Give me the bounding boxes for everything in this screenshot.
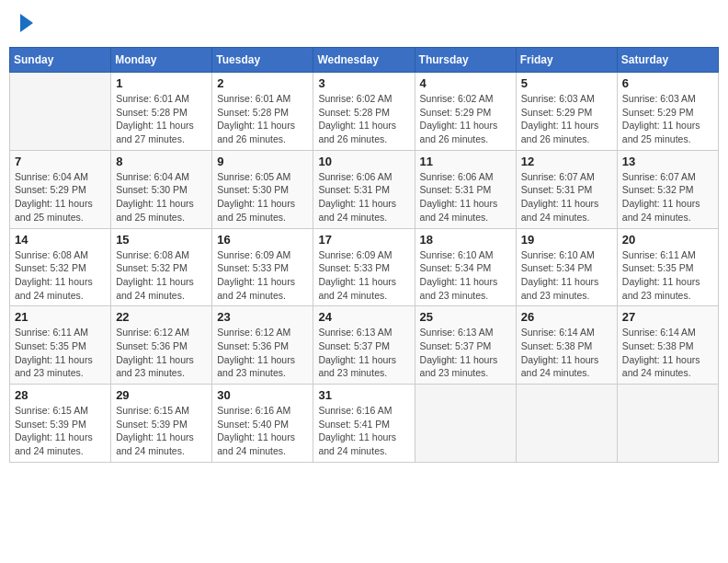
day-info: Sunrise: 6:15 AM Sunset: 5:39 PM Dayligh…: [116, 404, 207, 458]
calendar-header-tuesday: Tuesday: [212, 48, 313, 73]
day-number: 31: [318, 388, 409, 402]
calendar-cell: [10, 73, 111, 151]
day-info: Sunrise: 6:05 AM Sunset: 5:30 PM Dayligh…: [217, 170, 308, 224]
day-info: Sunrise: 6:10 AM Sunset: 5:34 PM Dayligh…: [420, 248, 511, 303]
calendar-cell: 13Sunrise: 6:07 AM Sunset: 5:32 PM Dayli…: [617, 150, 718, 228]
day-info: Sunrise: 6:12 AM Sunset: 5:36 PM Dayligh…: [217, 326, 308, 380]
calendar-cell: 25Sunrise: 6:13 AM Sunset: 5:37 PM Dayli…: [415, 306, 516, 385]
calendar-cell: 28Sunrise: 6:15 AM Sunset: 5:39 PM Dayli…: [10, 385, 111, 463]
calendar-header-wednesday: Wednesday: [313, 48, 415, 73]
calendar-cell: 29Sunrise: 6:15 AM Sunset: 5:39 PM Dayli…: [111, 385, 212, 463]
calendar-cell: 7Sunrise: 6:04 AM Sunset: 5:29 PM Daylig…: [10, 150, 111, 228]
calendar-cell: 31Sunrise: 6:16 AM Sunset: 5:41 PM Dayli…: [313, 385, 415, 463]
calendar-cell: 4Sunrise: 6:02 AM Sunset: 5:29 PM Daylig…: [415, 73, 516, 151]
day-number: 12: [521, 155, 612, 168]
day-number: 2: [217, 76, 308, 90]
day-number: 14: [15, 233, 106, 247]
day-info: Sunrise: 6:01 AM Sunset: 5:28 PM Dayligh…: [116, 92, 207, 146]
day-number: 21: [15, 310, 106, 324]
day-number: 1: [116, 76, 207, 90]
calendar-week-row: 7Sunrise: 6:04 AM Sunset: 5:29 PM Daylig…: [10, 150, 719, 228]
day-number: 11: [420, 155, 511, 168]
day-number: 27: [622, 310, 713, 324]
day-info: Sunrise: 6:04 AM Sunset: 5:30 PM Dayligh…: [116, 170, 207, 224]
day-number: 20: [622, 233, 713, 247]
calendar-week-row: 21Sunrise: 6:11 AM Sunset: 5:35 PM Dayli…: [10, 306, 719, 385]
day-info: Sunrise: 6:11 AM Sunset: 5:35 PM Dayligh…: [622, 248, 713, 303]
day-number: 24: [318, 310, 409, 324]
day-info: Sunrise: 6:12 AM Sunset: 5:36 PM Dayligh…: [116, 326, 207, 380]
calendar-header-thursday: Thursday: [415, 48, 516, 73]
calendar-week-row: 28Sunrise: 6:15 AM Sunset: 5:39 PM Dayli…: [10, 385, 719, 463]
day-info: Sunrise: 6:06 AM Sunset: 5:31 PM Dayligh…: [318, 170, 409, 224]
day-number: 16: [217, 233, 308, 247]
day-info: Sunrise: 6:08 AM Sunset: 5:32 PM Dayligh…: [15, 248, 106, 303]
day-number: 13: [622, 155, 713, 168]
day-info: Sunrise: 6:14 AM Sunset: 5:38 PM Dayligh…: [521, 326, 612, 380]
calendar-cell: 30Sunrise: 6:16 AM Sunset: 5:40 PM Dayli…: [212, 385, 313, 463]
day-info: Sunrise: 6:13 AM Sunset: 5:37 PM Dayligh…: [420, 326, 511, 380]
calendar-cell: 8Sunrise: 6:04 AM Sunset: 5:30 PM Daylig…: [111, 150, 212, 228]
calendar-week-row: 1Sunrise: 6:01 AM Sunset: 5:28 PM Daylig…: [10, 73, 719, 151]
day-number: 4: [420, 76, 511, 90]
calendar-cell: 5Sunrise: 6:03 AM Sunset: 5:29 PM Daylig…: [516, 73, 617, 151]
calendar-cell: 12Sunrise: 6:07 AM Sunset: 5:31 PM Dayli…: [516, 150, 617, 228]
calendar-cell: [415, 385, 516, 463]
calendar-cell: 23Sunrise: 6:12 AM Sunset: 5:36 PM Dayli…: [212, 306, 313, 385]
day-number: 17: [318, 233, 409, 247]
page-header: [9, 9, 719, 40]
day-info: Sunrise: 6:02 AM Sunset: 5:29 PM Dayligh…: [420, 92, 511, 146]
calendar-header-saturday: Saturday: [617, 48, 718, 73]
day-info: Sunrise: 6:02 AM Sunset: 5:28 PM Dayligh…: [318, 92, 409, 146]
calendar-header-sunday: Sunday: [10, 48, 111, 73]
calendar-cell: 20Sunrise: 6:11 AM Sunset: 5:35 PM Dayli…: [617, 228, 718, 306]
day-number: 9: [217, 155, 308, 168]
day-number: 26: [521, 310, 612, 324]
day-info: Sunrise: 6:06 AM Sunset: 5:31 PM Dayligh…: [420, 170, 511, 224]
calendar-cell: 21Sunrise: 6:11 AM Sunset: 5:35 PM Dayli…: [10, 306, 111, 385]
calendar-cell: 17Sunrise: 6:09 AM Sunset: 5:33 PM Dayli…: [313, 228, 415, 306]
calendar-cell: 27Sunrise: 6:14 AM Sunset: 5:38 PM Dayli…: [617, 306, 718, 385]
day-info: Sunrise: 6:09 AM Sunset: 5:33 PM Dayligh…: [217, 248, 308, 303]
calendar-cell: 24Sunrise: 6:13 AM Sunset: 5:37 PM Dayli…: [313, 306, 415, 385]
calendar-cell: 3Sunrise: 6:02 AM Sunset: 5:28 PM Daylig…: [313, 73, 415, 151]
day-number: 10: [318, 155, 409, 168]
calendar-cell: 15Sunrise: 6:08 AM Sunset: 5:32 PM Dayli…: [111, 228, 212, 306]
day-info: Sunrise: 6:11 AM Sunset: 5:35 PM Dayligh…: [15, 326, 106, 380]
day-number: 8: [116, 155, 207, 168]
calendar-cell: 14Sunrise: 6:08 AM Sunset: 5:32 PM Dayli…: [10, 228, 111, 306]
day-info: Sunrise: 6:01 AM Sunset: 5:28 PM Dayligh…: [217, 92, 308, 146]
day-number: 3: [318, 76, 409, 90]
calendar-cell: 16Sunrise: 6:09 AM Sunset: 5:33 PM Dayli…: [212, 228, 313, 306]
day-info: Sunrise: 6:07 AM Sunset: 5:31 PM Dayligh…: [521, 170, 612, 224]
day-number: 18: [420, 233, 511, 247]
calendar-header-row: SundayMondayTuesdayWednesdayThursdayFrid…: [10, 48, 719, 73]
day-info: Sunrise: 6:13 AM Sunset: 5:37 PM Dayligh…: [318, 326, 409, 380]
day-number: 6: [622, 76, 713, 90]
calendar-cell: 18Sunrise: 6:10 AM Sunset: 5:34 PM Dayli…: [415, 228, 516, 306]
calendar-header-monday: Monday: [111, 48, 212, 73]
day-number: 5: [521, 76, 612, 90]
calendar-cell: 9Sunrise: 6:05 AM Sunset: 5:30 PM Daylig…: [212, 150, 313, 228]
day-info: Sunrise: 6:10 AM Sunset: 5:34 PM Dayligh…: [521, 248, 612, 303]
calendar-cell: 10Sunrise: 6:06 AM Sunset: 5:31 PM Dayli…: [313, 150, 415, 228]
day-number: 23: [217, 310, 308, 324]
day-number: 15: [116, 233, 207, 247]
day-info: Sunrise: 6:03 AM Sunset: 5:29 PM Dayligh…: [622, 92, 713, 146]
day-number: 7: [15, 155, 106, 168]
day-number: 25: [420, 310, 511, 324]
day-number: 22: [116, 310, 207, 324]
calendar-cell: 1Sunrise: 6:01 AM Sunset: 5:28 PM Daylig…: [111, 73, 212, 151]
calendar-cell: 2Sunrise: 6:01 AM Sunset: 5:28 PM Daylig…: [212, 73, 313, 151]
calendar-table: SundayMondayTuesdayWednesdayThursdayFrid…: [9, 47, 719, 463]
day-info: Sunrise: 6:08 AM Sunset: 5:32 PM Dayligh…: [116, 248, 207, 303]
day-info: Sunrise: 6:16 AM Sunset: 5:41 PM Dayligh…: [318, 404, 409, 458]
calendar-body: 1Sunrise: 6:01 AM Sunset: 5:28 PM Daylig…: [10, 73, 719, 463]
calendar-header-friday: Friday: [516, 48, 617, 73]
day-info: Sunrise: 6:04 AM Sunset: 5:29 PM Dayligh…: [15, 170, 106, 224]
day-info: Sunrise: 6:14 AM Sunset: 5:38 PM Dayligh…: [622, 326, 713, 380]
calendar-cell: 6Sunrise: 6:03 AM Sunset: 5:29 PM Daylig…: [617, 73, 718, 151]
day-info: Sunrise: 6:15 AM Sunset: 5:39 PM Dayligh…: [15, 404, 106, 458]
calendar-cell: [617, 385, 718, 463]
day-number: 19: [521, 233, 612, 247]
